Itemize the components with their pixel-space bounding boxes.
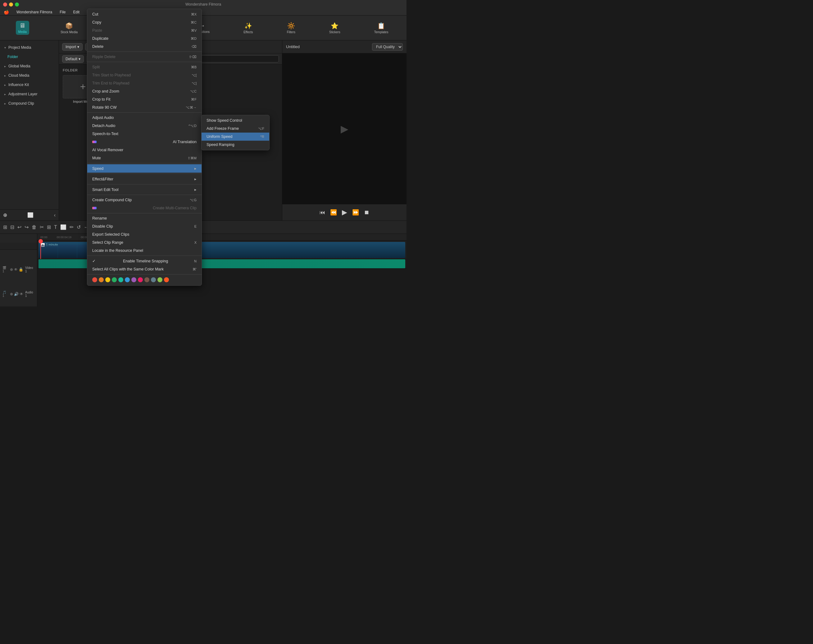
quality-select[interactable]: Full Quality: [372, 43, 403, 51]
speed-uniform[interactable]: Uniform Speed ^R: [201, 133, 269, 141]
color-mark-gray[interactable]: [151, 277, 156, 282]
import-button[interactable]: Import ▾: [62, 43, 83, 51]
preview-panel: Untitled Full Quality ▶ ⏮ ⏪ ▶ ⏩ ⏹: [282, 40, 406, 221]
crop-button[interactable]: ⬜: [60, 224, 66, 230]
remove-icon[interactable]: ⊟: [10, 224, 14, 230]
lock-icon[interactable]: 🔒: [18, 267, 23, 272]
close-button[interactable]: [3, 3, 7, 6]
menu-filmora[interactable]: Wondershare Filmora: [15, 10, 54, 14]
ctx-crop-zoom[interactable]: Crop and Zoom ⌥C: [87, 87, 201, 95]
import-chevron-icon: ▾: [77, 45, 79, 49]
toolbar-effects[interactable]: ✨ Effects: [241, 21, 255, 35]
toolbar-stickers[interactable]: ⭐ Stickers: [327, 21, 343, 35]
toolbar-templates[interactable]: 📋 Templates: [372, 21, 391, 35]
split-button[interactable]: ⊞: [47, 224, 51, 230]
ctx-speech-text[interactable]: Speech-to-Text: [87, 130, 201, 138]
menu-file[interactable]: File: [58, 10, 67, 14]
speed-ramping[interactable]: Speed Ramping: [201, 141, 269, 149]
color-mark-lime[interactable]: [158, 277, 163, 282]
track-labels: 🎬 1 ⊕ 👁 🔒 Video 1 🎵 1 ⊕ 🔊 👁 Audio 1: [0, 234, 37, 307]
sidebar-item-compound-clip[interactable]: ▸ Compound Clip: [0, 99, 59, 108]
settings-icon[interactable]: ⬜: [27, 212, 34, 218]
speed-show-control[interactable]: Show Speed Control: [201, 117, 269, 124]
import-label: Import: [66, 45, 76, 49]
ctx-rotate[interactable]: Rotate 90 CW ⌥⌘→: [87, 103, 201, 112]
redo-button[interactable]: ↪: [25, 224, 29, 230]
cut-button[interactable]: ✂: [40, 224, 44, 230]
toolbar-stock-media[interactable]: 📦 Stock Media: [58, 21, 80, 35]
toolbar-filters[interactable]: 🔆 Filters: [284, 21, 298, 35]
ctx-crop-fit[interactable]: Crop to Fit ⌘F: [87, 95, 201, 103]
ctx-duplicate[interactable]: Duplicate ⌘D: [87, 34, 201, 43]
color-mark-green[interactable]: [112, 277, 117, 282]
ctx-select-color[interactable]: Select All Clips with the Same Color Mar…: [87, 265, 201, 273]
color-mark-blue[interactable]: [125, 277, 130, 282]
ctx-create-compound[interactable]: Create Compound Clip ⌥G: [87, 196, 201, 204]
ctx-speech-label: Speech-to-Text: [92, 132, 118, 136]
toolbar-media[interactable]: 🖥 Media: [16, 21, 29, 35]
ctx-speed[interactable]: Speed ▸: [87, 164, 201, 173]
minimize-button[interactable]: [9, 3, 13, 6]
sidebar-item-adjustment-layer[interactable]: ▸ Adjustment Layer: [0, 89, 59, 99]
menu-edit[interactable]: Edit: [72, 10, 81, 14]
draw-button[interactable]: ✏: [69, 224, 74, 230]
ctx-select-range[interactable]: Select Clip Range X: [87, 238, 201, 247]
undo-button[interactable]: ↩: [17, 224, 21, 230]
filter-select[interactable]: Default ▾: [62, 55, 84, 63]
speed-freeze[interactable]: Add Freeze Frame ⌥F: [201, 124, 269, 133]
skip-back-button[interactable]: ⏮: [319, 209, 325, 216]
text-button[interactable]: T: [54, 224, 57, 230]
sidebar-item-project-media[interactable]: ▾ Project Media: [0, 43, 59, 52]
collapse-icon[interactable]: ‹: [54, 212, 55, 218]
ctx-disable-clip[interactable]: Disable Clip E: [87, 222, 201, 230]
ctx-effect-filter[interactable]: Effect&Filter ▸: [87, 175, 201, 183]
color-mark-teal[interactable]: [118, 277, 123, 282]
add-icon[interactable]: ⊞: [3, 224, 7, 230]
ctx-adjust-audio[interactable]: Adjust Audio: [87, 113, 201, 122]
color-mark-purple[interactable]: [131, 277, 137, 282]
ctx-ai-translation[interactable]: AI Translation: [87, 138, 201, 146]
ctx-detach-audio[interactable]: Detach Audio ^⌥D: [87, 122, 201, 130]
step-back-button[interactable]: ⏪: [330, 209, 337, 216]
add-track-icon[interactable]: ⊕: [3, 212, 7, 218]
ctx-locate[interactable]: Locate in the Resource Panel: [87, 247, 201, 255]
step-forward-button[interactable]: ⏩: [352, 209, 359, 216]
color-mark-orange[interactable]: [99, 277, 104, 282]
apple-menu[interactable]: 🍎: [3, 10, 10, 15]
ctx-rename[interactable]: Rename: [87, 214, 201, 222]
ctx-copy[interactable]: Copy ⌘C: [87, 18, 201, 26]
ctx-snapping[interactable]: ✓ Enable Timeline Snapping N: [87, 257, 201, 265]
sidebar-item-folder[interactable]: Folder: [0, 52, 59, 61]
sidebar-item-influence-kit[interactable]: ▸ Influence Kit: [0, 80, 59, 89]
sidebar-item-global-media[interactable]: ▸ Global Media: [0, 61, 59, 71]
stop-button[interactable]: ⏹: [364, 209, 370, 216]
color-mark-yellow[interactable]: [105, 277, 110, 282]
traffic-lights[interactable]: [3, 3, 19, 6]
ctx-compound-shortcut: ⌥G: [190, 198, 196, 202]
add-audio-track-icon[interactable]: ⊕: [10, 292, 13, 296]
rotate-timeline-button[interactable]: ↺: [77, 224, 81, 230]
audio-eye-icon[interactable]: 👁: [20, 292, 23, 296]
ctx-ai-vocal[interactable]: AI Vocal Remover: [87, 146, 201, 154]
ctx-cut[interactable]: Cut ⌘X: [87, 10, 201, 18]
main-toolbar: 🖥 Media 📦 Stock Media 🎵 Audio T Titles ↔…: [0, 15, 406, 40]
eye-icon[interactable]: 👁: [14, 267, 18, 272]
ctx-export-clips[interactable]: Export Selected Clips: [87, 230, 201, 238]
maximize-button[interactable]: [15, 3, 19, 6]
color-mark-red[interactable]: [92, 277, 97, 282]
add-track-icon2[interactable]: ⊕: [10, 267, 13, 272]
ctx-mute[interactable]: Mute ⇧⌘M: [87, 154, 201, 162]
ctx-rotate-shortcut: ⌥⌘→: [186, 106, 196, 110]
media-icon: 🖥: [19, 22, 26, 29]
color-mark-pink[interactable]: [138, 277, 143, 282]
ctx-delete[interactable]: Delete ⌫: [87, 43, 201, 51]
color-mark-brown[interactable]: [144, 277, 149, 282]
play-button[interactable]: ▶: [342, 209, 347, 216]
audio-mute-icon[interactable]: 🔊: [14, 292, 18, 296]
preview-placeholder-icon: ▶: [341, 123, 348, 135]
ctx-smart-edit[interactable]: Smart Edit Tool ▸: [87, 186, 201, 194]
ctx-smart-arrow: ▸: [195, 187, 196, 192]
delete-button[interactable]: 🗑: [32, 224, 37, 230]
color-mark-deep-orange[interactable]: [164, 277, 169, 282]
sidebar-item-cloud-media[interactable]: ▸ Cloud Media: [0, 71, 59, 80]
